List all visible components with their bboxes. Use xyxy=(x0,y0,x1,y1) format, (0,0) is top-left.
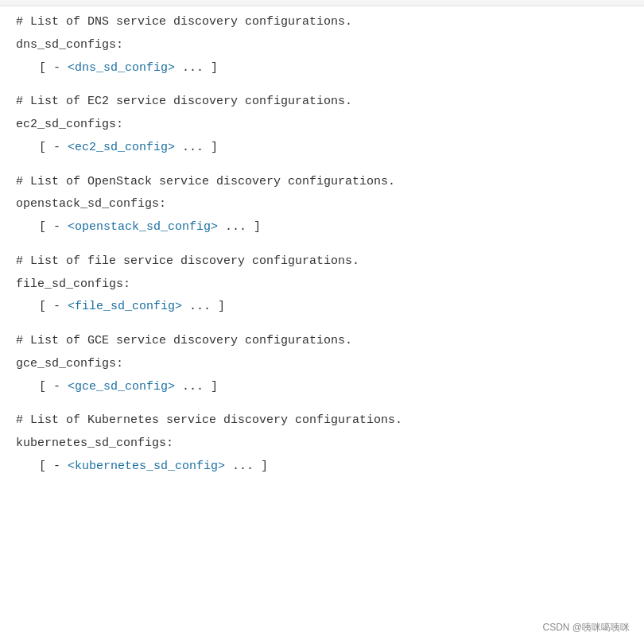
scroll-indicator xyxy=(0,0,644,6)
watermark-text: CSDN @咦咪噶咦咪 xyxy=(542,621,630,634)
dns-comment: # List of DNS service discovery configur… xyxy=(16,15,352,29)
gce-comment-line: # List of GCE service discovery configur… xyxy=(16,332,628,351)
ec2-link[interactable]: <ec2_sd_config> xyxy=(68,141,175,154)
ec2-value-line: [ - <ec2_sd_config> ... ] xyxy=(16,138,628,158)
gce-bracket-close: ... ] xyxy=(175,380,218,394)
file-comment: # List of file service discovery configu… xyxy=(16,254,359,268)
kubernetes-key: kubernetes_sd_configs: xyxy=(16,436,173,450)
file-key-line: file_sd_configs: xyxy=(16,275,628,295)
ec2-key: ec2_sd_configs: xyxy=(16,118,123,131)
code-container: # List of DNS service discovery configur… xyxy=(0,13,644,504)
file-key: file_sd_configs: xyxy=(16,277,130,291)
dns-key: dns_sd_configs: xyxy=(16,38,123,52)
kubernetes-link[interactable]: <kubernetes_sd_config> xyxy=(68,460,225,473)
openstack-comment: # List of OpenStack service discovery co… xyxy=(16,175,395,188)
openstack-comment-line: # List of OpenStack service discovery co… xyxy=(16,173,628,192)
openstack-value-line: [ - <openstack_sd_config> ... ] xyxy=(16,218,628,238)
dns-value-line: [ - <dns_sd_config> ... ] xyxy=(16,59,628,79)
openstack-key-line: openstack_sd_configs: xyxy=(16,195,628,215)
kubernetes-section: # List of Kubernetes service discovery c… xyxy=(16,411,628,476)
kubernetes-key-line: kubernetes_sd_configs: xyxy=(16,434,628,454)
file-value-line: [ - <file_sd_config> ... ] xyxy=(16,297,628,317)
dns-bracket-close: ... ] xyxy=(175,61,218,75)
gce-comment: # List of GCE service discovery configur… xyxy=(16,334,352,347)
file-bracket-open: [ - xyxy=(39,300,68,313)
kubernetes-comment: # List of Kubernetes service discovery c… xyxy=(16,413,402,427)
ec2-bracket-close: ... ] xyxy=(175,141,218,154)
ec2-comment: # List of EC2 service discovery configur… xyxy=(16,95,352,108)
gce-link[interactable]: <gce_sd_config> xyxy=(68,380,175,394)
gce-key-line: gce_sd_configs: xyxy=(16,355,628,374)
gce-bracket-open: [ - xyxy=(39,380,68,394)
openstack-section: # List of OpenStack service discovery co… xyxy=(16,173,628,238)
dns-bracket-open: [ - xyxy=(39,61,68,75)
gce-key: gce_sd_configs: xyxy=(16,357,123,370)
kubernetes-value-line: [ - <kubernetes_sd_config> ... ] xyxy=(16,457,628,477)
file-comment-line: # List of file service discovery configu… xyxy=(16,252,628,272)
gce-section: # List of GCE service discovery configur… xyxy=(16,332,628,397)
openstack-link[interactable]: <openstack_sd_config> xyxy=(68,220,218,234)
gce-value-line: [ - <gce_sd_config> ... ] xyxy=(16,378,628,398)
openstack-bracket-close: ... ] xyxy=(218,220,261,234)
kubernetes-bracket-open: [ - xyxy=(39,460,68,473)
dns-comment-line: # List of DNS service discovery configur… xyxy=(16,13,628,33)
file-link[interactable]: <file_sd_config> xyxy=(68,300,182,313)
kubernetes-comment-line: # List of Kubernetes service discovery c… xyxy=(16,411,628,431)
ec2-bracket-open: [ - xyxy=(39,141,68,154)
dns-link[interactable]: <dns_sd_config> xyxy=(68,61,175,75)
dns-key-line: dns_sd_configs: xyxy=(16,36,628,56)
openstack-bracket-open: [ - xyxy=(39,220,68,234)
file-section: # List of file service discovery configu… xyxy=(16,252,628,317)
kubernetes-bracket-close: ... ] xyxy=(225,460,268,473)
openstack-key: openstack_sd_configs: xyxy=(16,197,166,211)
dns-section: # List of DNS service discovery configur… xyxy=(16,13,628,78)
ec2-comment-line: # List of EC2 service discovery configur… xyxy=(16,92,628,112)
file-bracket-close: ... ] xyxy=(182,300,225,313)
ec2-key-line: ec2_sd_configs: xyxy=(16,115,628,135)
ec2-section: # List of EC2 service discovery configur… xyxy=(16,92,628,157)
